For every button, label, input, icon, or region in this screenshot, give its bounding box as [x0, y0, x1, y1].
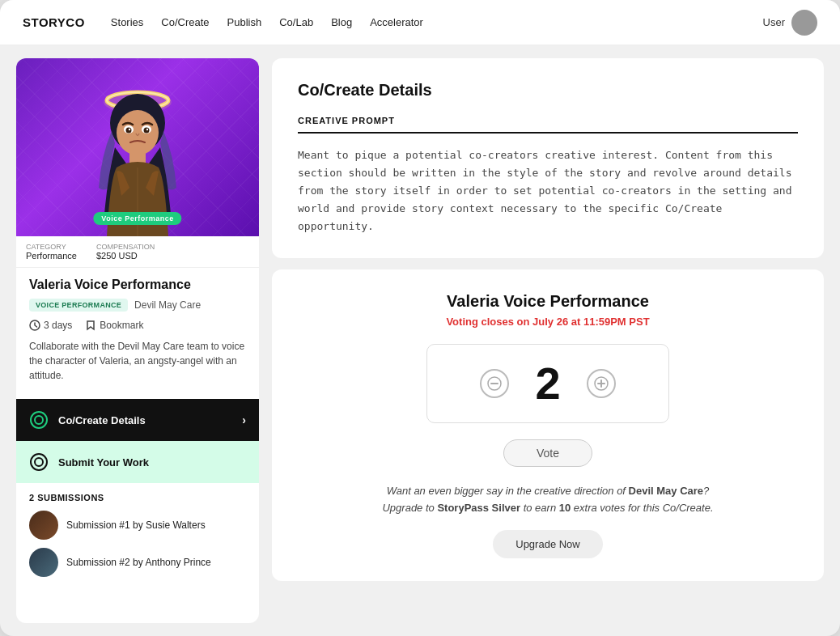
hero-image: Voice Performance	[16, 58, 259, 236]
upgrade-button[interactable]: Upgrade Now	[493, 530, 603, 558]
bookmark-icon	[85, 320, 96, 331]
story-tag: Devil May Care	[134, 299, 201, 311]
voting-card: Valeria Voice Performance Voting closes …	[272, 269, 824, 581]
nav-items: Co/Create Details › Submit Your Work	[16, 399, 259, 483]
voice-performance-tag: VOICE PERFORMANCE	[29, 299, 128, 312]
header: STORYCO Stories Co/Create Publish Co/Lab…	[0, 0, 840, 45]
hero-badge: Voice Performance	[93, 212, 181, 225]
submission-item[interactable]: Submission #2 by Anthony Prince	[29, 548, 246, 577]
details-card: Co/Create Details CREATIVE PROMPT Meant …	[272, 58, 824, 258]
compensation-label: COMPENSATION	[96, 243, 155, 251]
submission-name-1: Submission #1 by Susie Walters	[66, 519, 206, 531]
plus-icon	[594, 376, 609, 391]
category-row: CATEGORY Performance COMPENSATION $250 U…	[16, 236, 259, 268]
prompt-text: Meant to pique a potential co-creators c…	[298, 146, 798, 235]
voting-deadline: Voting closes on July 26 at 11:59PM PST	[298, 316, 798, 328]
nav-item-submit[interactable]: Submit Your Work	[16, 441, 259, 483]
minus-icon	[487, 376, 502, 391]
submission-name-2: Submission #2 by Anthony Prince	[66, 557, 211, 568]
compensation-value: $250 USD	[96, 251, 138, 261]
svg-point-5	[117, 110, 159, 155]
work-title: Valeria Voice Performance	[29, 278, 246, 292]
svg-point-11	[146, 129, 148, 130]
category-col: CATEGORY Performance	[26, 243, 77, 261]
vote-button[interactable]: Vote	[503, 439, 592, 467]
description: Collaborate with the Devil May Care team…	[29, 339, 246, 383]
app-window: STORYCO Stories Co/Create Publish Co/Lab…	[0, 0, 840, 636]
right-panel: Co/Create Details CREATIVE PROMPT Meant …	[272, 58, 824, 623]
increment-button[interactable]	[587, 369, 616, 398]
meta-row: 3 days Bookmark	[29, 320, 246, 331]
svg-point-13	[31, 412, 47, 428]
nav-accelerator[interactable]: Accelerator	[370, 16, 423, 28]
submission-avatar-2	[29, 548, 58, 577]
bold-storypass: StoryPass Silver	[437, 502, 520, 514]
category-label: CATEGORY	[26, 243, 77, 251]
vote-counter-box: 2	[426, 344, 669, 423]
avatar[interactable]	[791, 10, 817, 36]
bookmark-label: Bookmark	[100, 320, 143, 331]
left-panel: Voice Performance CATEGORY Performance C…	[16, 58, 259, 623]
main-nav: Stories Co/Create Publish Co/Lab Blog Ac…	[111, 16, 763, 28]
nav-publish[interactable]: Publish	[227, 16, 262, 28]
cocreate-icon	[29, 410, 49, 430]
days-meta: 3 days	[29, 320, 72, 331]
submit-icon	[29, 452, 49, 472]
submission-avatar-1	[29, 511, 58, 540]
svg-point-15	[31, 454, 47, 470]
svg-point-16	[35, 458, 43, 466]
nav-cocreate-label: Co/Create Details	[58, 414, 146, 426]
days-label: 3 days	[44, 320, 72, 331]
main-content: Voice Performance CATEGORY Performance C…	[0, 45, 840, 636]
bold-votes-count: 10	[559, 502, 571, 514]
submission-item[interactable]: Submission #1 by Susie Walters	[29, 511, 246, 540]
bold-story-name: Devil May Care	[629, 485, 704, 497]
nav-blog[interactable]: Blog	[331, 16, 352, 28]
user-area: User	[763, 10, 817, 36]
nav-submit-label: Submit Your Work	[58, 456, 149, 469]
details-title: Co/Create Details	[298, 81, 798, 100]
bookmark-meta[interactable]: Bookmark	[85, 320, 143, 331]
creative-prompt-label: CREATIVE PROMPT	[298, 116, 798, 134]
tags-row: VOICE PERFORMANCE Devil May Care	[29, 299, 246, 312]
svg-point-10	[129, 129, 130, 130]
clock-icon	[29, 320, 40, 331]
svg-point-8	[126, 128, 132, 134]
logo: STORYCO	[23, 15, 85, 29]
counter-value: 2	[535, 361, 560, 406]
upgrade-text: Want an even bigger say in the creative …	[298, 483, 798, 517]
nav-colab[interactable]: Co/Lab	[279, 16, 313, 28]
compensation-col: COMPENSATION $250 USD	[96, 243, 155, 261]
left-body: Valeria Voice Performance VOICE PERFORMA…	[16, 268, 259, 392]
voting-title: Valeria Voice Performance	[298, 292, 798, 311]
svg-point-9	[144, 128, 150, 134]
nav-stories[interactable]: Stories	[111, 16, 143, 28]
category-value: Performance	[26, 251, 77, 261]
user-label: User	[763, 16, 785, 28]
nav-cocreate[interactable]: Co/Create	[161, 16, 209, 28]
submissions-header: 2 SUBMISSIONS	[29, 493, 246, 502]
nav-item-cocreate[interactable]: Co/Create Details ›	[16, 399, 259, 441]
decrement-button[interactable]	[480, 369, 509, 398]
chevron-right-icon: ›	[242, 413, 246, 426]
submissions-section: 2 SUBMISSIONS Submission #1 by Susie Wal…	[16, 483, 259, 595]
svg-point-14	[35, 416, 43, 424]
